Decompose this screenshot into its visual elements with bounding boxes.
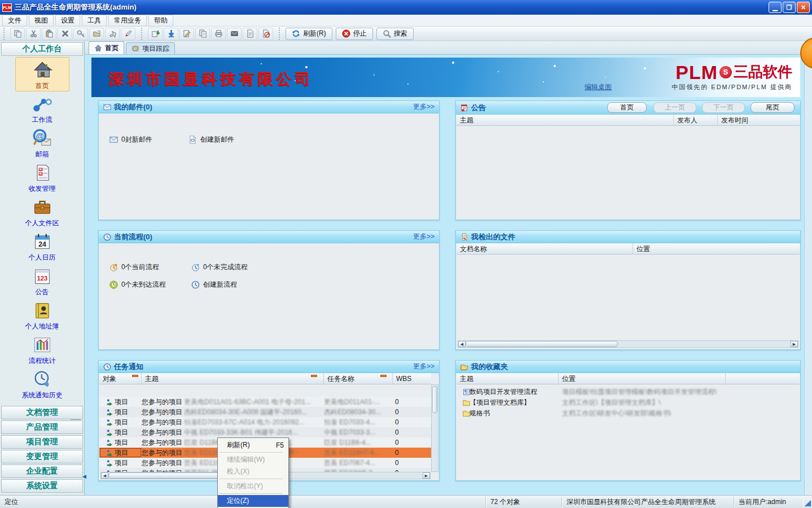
tab[interactable]: 首页 [89, 41, 124, 54]
column-header[interactable]: 位置 [633, 243, 800, 255]
column-header[interactable]: 发布人 [674, 115, 718, 126]
sidebar-module-button[interactable]: 项目管理 [1, 435, 83, 449]
sidebar-item[interactable]: 工作流 [0, 91, 84, 126]
close-button[interactable]: ✕ [797, 2, 810, 13]
sidebar-module-button[interactable]: 系统设置 [1, 479, 83, 493]
menu-item[interactable]: 常用业务 [108, 15, 147, 27]
favorite-row[interactable]: 【项目管理文档库】 文档工作区\【项目管理文档库】\ [457, 397, 800, 408]
column-header[interactable] [726, 373, 800, 384]
favorite-row[interactable]: 规格书 文档工作区\研发中心\研发部\规格书\ [457, 408, 800, 419]
menu-item[interactable]: 视图 [29, 15, 54, 27]
toolbar-button[interactable] [26, 28, 41, 40]
scroll-left-icon[interactable]: ◀ [101, 472, 108, 479]
menu-item[interactable]: 工具 [82, 15, 107, 27]
context-menu-item[interactable]: 继续编辑(W) [218, 454, 288, 466]
toolbar-button[interactable] [164, 28, 178, 40]
menu-item[interactable]: 帮助 [148, 15, 173, 27]
tasks-more-link[interactable]: 更多>> [413, 362, 434, 371]
workflow-icon [32, 93, 53, 115]
toolbar-button[interactable] [58, 28, 72, 40]
toolbar-button[interactable] [211, 28, 226, 40]
mail-more-link[interactable]: 更多>> [413, 102, 434, 112]
context-menu-item[interactable]: 定位(Z) [218, 495, 288, 507]
context-menu-item[interactable]: 取消检出(Y) [218, 480, 288, 492]
flow-quick-item[interactable]: 0个未完成流程 [191, 262, 273, 272]
sidebar-item[interactable]: 24 个人日历 [0, 229, 84, 264]
announce-next-button[interactable]: 下一页 [702, 102, 745, 113]
announce-first-button[interactable]: 首页 [607, 102, 647, 113]
toolbar-button[interactable] [179, 28, 194, 40]
scroll-right-icon[interactable]: ▶ [791, 341, 798, 347]
announce-prev-button[interactable]: 上一页 [653, 102, 696, 113]
main-vertical-scrollbar[interactable] [804, 55, 812, 495]
column-header[interactable]: 对象 [99, 373, 142, 384]
column-header[interactable]: 任务名称 [324, 373, 393, 384]
column-header[interactable]: 主题 [457, 115, 674, 126]
toolbar-button[interactable] [258, 28, 273, 40]
context-menu-item[interactable]: 刷新(R) F5 [218, 439, 288, 451]
restore-button[interactable]: ❐ [783, 2, 796, 13]
toolbar-action-button[interactable]: 搜索 [376, 28, 414, 40]
flow-quick-item[interactable]: 创建新流程 [191, 280, 273, 290]
sidebar-module-button[interactable]: 文档管理 [1, 406, 83, 419]
splitter-collapse-icon[interactable]: ◀ [82, 473, 87, 480]
menu-item[interactable]: 设置 [55, 15, 80, 27]
task-row[interactable]: 项目 您参与的项目 恒泰ED7033-67C-A014 电力-2016092..… [99, 417, 431, 427]
toolbar-button[interactable] [73, 28, 88, 40]
menu-item[interactable]: 文件 [2, 15, 27, 27]
sidebar-module-button[interactable]: 变更管理 [1, 450, 83, 463]
sidebar-item[interactable]: 收发管理 [0, 160, 84, 195]
vertical-scrollbar[interactable] [431, 384, 438, 472]
scroll-left-icon[interactable]: ◀ [458, 341, 466, 347]
flow-quick-item[interactable]: 0个当前流程 [109, 262, 191, 272]
sidebar-module-button[interactable]: 产品管理 [1, 421, 83, 434]
column-header[interactable]: 主题 [457, 373, 559, 384]
resize-grip[interactable] [803, 497, 812, 507]
edit-desktop-link[interactable]: 编辑桌面 [585, 82, 612, 92]
sidebar-item[interactable]: @ 邮箱 [0, 126, 84, 160]
tab[interactable]: 项目跟踪 [126, 42, 175, 54]
column-header[interactable]: 主题 [142, 373, 324, 384]
minimize-button[interactable]: ▁ [769, 2, 782, 13]
toolbar-action-button[interactable]: 停止 [336, 28, 373, 40]
toolbar-button[interactable] [89, 28, 104, 40]
sidebar-item[interactable]: 系统通知历史 [0, 367, 84, 401]
mail-quick-item[interactable]: 创建新邮件 [188, 135, 267, 144]
toolbar-button[interactable] [227, 28, 242, 40]
column-header[interactable]: 发布时间 [718, 115, 800, 126]
status-system-name: 深圳市国显科技有限公司产品全生命周期管理系统 [562, 497, 734, 507]
sidebar-item[interactable]: 流程统计 [0, 332, 84, 367]
horizontal-scrollbar[interactable]: ◀ ▶ [458, 340, 798, 348]
sidebar-item[interactable]: 首页 [15, 57, 69, 91]
scroll-right-icon[interactable]: ▶ [423, 472, 430, 479]
scrollbar-thumb[interactable] [432, 386, 437, 413]
toolbar-button[interactable] [121, 28, 135, 40]
sidebar-item[interactable]: 个人地址簿 [0, 298, 84, 332]
toolbar-button[interactable] [105, 28, 120, 40]
toolbar-button[interactable] [10, 28, 25, 40]
mail-quick-item[interactable]: 0封新邮件 [109, 135, 188, 144]
svg-text:123: 123 [37, 275, 47, 282]
task-row[interactable]: 项目 您参与的项目 更美电D011A01-63BC-A001 电子母-201..… [99, 397, 431, 407]
toolbar-button[interactable] [148, 28, 163, 40]
clockgreen-icon [109, 281, 118, 289]
sidebar-item[interactable]: 个人文件区 [0, 195, 84, 229]
sidebar-module-button[interactable]: 企业配置 [1, 465, 83, 478]
flows-more-link[interactable]: 更多>> [413, 232, 434, 242]
sidebar-item[interactable]: 123 公告 [0, 264, 84, 298]
column-header[interactable]: WBS [393, 373, 432, 384]
toolbar-button[interactable] [42, 28, 56, 40]
toolbar-button[interactable] [195, 28, 210, 40]
scrollbar-thumb[interactable] [466, 341, 618, 347]
toolbar-button[interactable] [243, 28, 257, 40]
flow-quick-item[interactable]: 0个未到达流程 [109, 280, 191, 290]
task-row[interactable]: 项目 您参与的项目 杰科ED08034-30E-A009 国建平-20160..… [99, 407, 431, 417]
column-header[interactable]: 位置 [559, 373, 726, 384]
favorite-row[interactable]: 数码项目开发管理流程 项目模板\恒显项目管理模板\数码项目开发管理流程\ [457, 387, 800, 397]
toolbar-action-button[interactable]: 刷新(R) [286, 28, 332, 40]
announce-last-button[interactable]: 尾页 [750, 102, 795, 113]
column-header[interactable]: 文档名称 [457, 243, 633, 255]
context-menu-item[interactable]: 检入(X) [218, 466, 288, 478]
task-row[interactable]: 项目 您参与的项目 中视 ED7033-33K-B01 伟建平-2016... … [99, 427, 431, 437]
scrollbar-thumb[interactable] [108, 472, 227, 479]
